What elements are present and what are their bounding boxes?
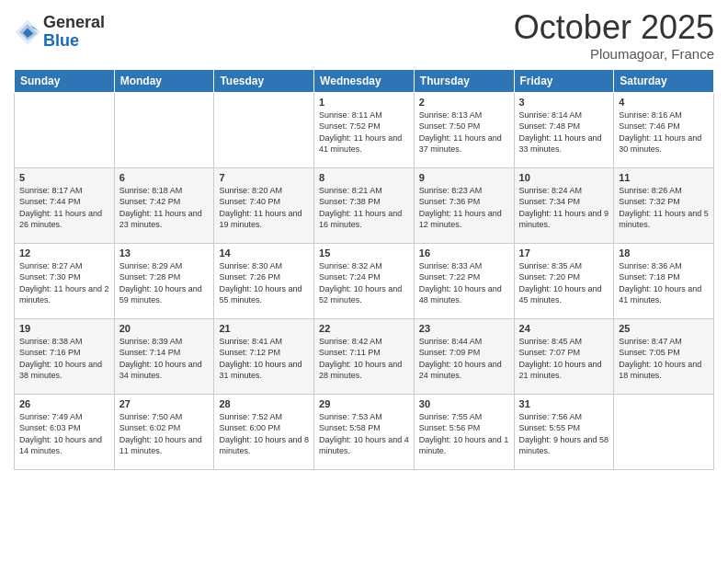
day-info: Sunrise: 8:35 AM Sunset: 7:20 PM Dayligh… [519,260,609,306]
month-title: October 2025 [514,9,714,46]
calendar-week-0: 1Sunrise: 8:11 AM Sunset: 7:52 PM Daylig… [15,92,714,167]
day-number: 29 [319,398,409,409]
calendar-body: 1Sunrise: 8:11 AM Sunset: 7:52 PM Daylig… [15,92,714,469]
day-number: 8 [319,172,409,183]
day-info: Sunrise: 7:53 AM Sunset: 5:58 PM Dayligh… [319,411,409,457]
day-number: 9 [419,172,509,183]
day-info: Sunrise: 8:26 AM Sunset: 7:32 PM Dayligh… [619,185,709,231]
day-info: Sunrise: 8:30 AM Sunset: 7:26 PM Dayligh… [219,260,309,306]
title-block: October 2025 Ploumagoar, France [514,9,714,62]
calendar-cell-4-4: 30Sunrise: 7:55 AM Sunset: 5:56 PM Dayli… [414,394,514,469]
day-number: 6 [119,172,210,183]
day-number: 23 [419,323,509,334]
day-number: 10 [519,172,609,183]
day-number: 14 [219,247,309,259]
col-wednesday: Wednesday [314,69,415,92]
calendar-cell-0-5: 3Sunrise: 8:14 AM Sunset: 7:48 PM Daylig… [514,92,614,167]
day-info: Sunrise: 8:20 AM Sunset: 7:40 PM Dayligh… [219,185,309,231]
day-number: 28 [219,398,309,409]
col-thursday: Thursday [414,69,514,92]
day-number: 2 [419,97,509,108]
col-tuesday: Tuesday [214,69,314,92]
day-info: Sunrise: 8:36 AM Sunset: 7:18 PM Dayligh… [619,260,709,306]
location: Ploumagoar, France [514,46,714,62]
day-number: 13 [119,247,210,259]
day-number: 22 [319,323,409,334]
calendar-cell-0-3: 1Sunrise: 8:11 AM Sunset: 7:52 PM Daylig… [314,92,415,167]
day-info: Sunrise: 8:21 AM Sunset: 7:38 PM Dayligh… [319,185,409,231]
day-number: 16 [419,247,509,259]
day-number: 5 [19,172,109,183]
calendar-cell-1-1: 6Sunrise: 8:18 AM Sunset: 7:42 PM Daylig… [114,167,214,243]
logo-blue-text: Blue [43,32,105,51]
day-info: Sunrise: 8:16 AM Sunset: 7:46 PM Dayligh… [619,109,709,155]
day-number: 24 [519,323,609,334]
day-info: Sunrise: 8:14 AM Sunset: 7:48 PM Dayligh… [519,109,609,155]
day-info: Sunrise: 8:24 AM Sunset: 7:34 PM Dayligh… [519,185,609,231]
day-info: Sunrise: 8:23 AM Sunset: 7:36 PM Dayligh… [419,185,509,231]
day-number: 31 [519,398,609,409]
calendar-cell-4-6 [614,394,714,469]
calendar-cell-4-5: 31Sunrise: 7:56 AM Sunset: 5:55 PM Dayli… [514,394,614,469]
day-number: 21 [219,323,309,334]
col-monday: Monday [114,69,214,92]
day-number: 18 [619,247,709,259]
calendar-cell-4-2: 28Sunrise: 7:52 AM Sunset: 6:00 PM Dayli… [214,394,314,469]
day-number: 12 [19,247,109,259]
calendar-header: Sunday Monday Tuesday Wednesday Thursday… [15,69,714,92]
day-number: 15 [319,247,409,259]
calendar-week-1: 5Sunrise: 8:17 AM Sunset: 7:44 PM Daylig… [15,167,714,243]
calendar-cell-3-0: 19Sunrise: 8:38 AM Sunset: 7:16 PM Dayli… [15,318,115,394]
calendar-cell-2-5: 17Sunrise: 8:35 AM Sunset: 7:20 PM Dayli… [514,243,614,318]
day-info: Sunrise: 8:32 AM Sunset: 7:24 PM Dayligh… [319,260,409,306]
day-info: Sunrise: 7:52 AM Sunset: 6:00 PM Dayligh… [219,411,309,457]
calendar-cell-4-3: 29Sunrise: 7:53 AM Sunset: 5:58 PM Dayli… [314,394,415,469]
day-number: 19 [19,323,109,334]
day-info: Sunrise: 8:33 AM Sunset: 7:22 PM Dayligh… [419,260,509,306]
header: General Blue October 2025 Ploumagoar, Fr… [14,9,714,62]
day-info: Sunrise: 8:45 AM Sunset: 7:07 PM Dayligh… [519,336,609,382]
calendar-cell-3-4: 23Sunrise: 8:44 AM Sunset: 7:09 PM Dayli… [414,318,514,394]
calendar-cell-4-1: 27Sunrise: 7:50 AM Sunset: 6:02 PM Dayli… [114,394,214,469]
calendar-cell-0-6: 4Sunrise: 8:16 AM Sunset: 7:46 PM Daylig… [614,92,714,167]
day-number: 4 [619,97,709,108]
calendar-cell-3-6: 25Sunrise: 8:47 AM Sunset: 7:05 PM Dayli… [614,318,714,394]
day-info: Sunrise: 8:42 AM Sunset: 7:11 PM Dayligh… [319,336,409,382]
day-info: Sunrise: 8:27 AM Sunset: 7:30 PM Dayligh… [19,260,109,306]
calendar-cell-1-3: 8Sunrise: 8:21 AM Sunset: 7:38 PM Daylig… [314,167,415,243]
calendar-cell-2-4: 16Sunrise: 8:33 AM Sunset: 7:22 PM Dayli… [414,243,514,318]
day-info: Sunrise: 7:56 AM Sunset: 5:55 PM Dayligh… [519,411,609,457]
calendar-cell-1-0: 5Sunrise: 8:17 AM Sunset: 7:44 PM Daylig… [15,167,115,243]
day-info: Sunrise: 8:29 AM Sunset: 7:28 PM Dayligh… [119,260,210,306]
calendar-cell-3-5: 24Sunrise: 8:45 AM Sunset: 7:07 PM Dayli… [514,318,614,394]
day-number: 1 [319,97,409,108]
day-info: Sunrise: 8:17 AM Sunset: 7:44 PM Dayligh… [19,185,109,231]
day-info: Sunrise: 7:49 AM Sunset: 6:03 PM Dayligh… [19,411,109,457]
calendar-cell-0-4: 2Sunrise: 8:13 AM Sunset: 7:50 PM Daylig… [414,92,514,167]
day-number: 17 [519,247,609,259]
calendar-table: Sunday Monday Tuesday Wednesday Thursday… [14,69,714,470]
logo-general-text: General [43,14,105,32]
day-number: 20 [119,323,210,334]
logo-text: General Blue [43,14,105,51]
calendar-cell-4-0: 26Sunrise: 7:49 AM Sunset: 6:03 PM Dayli… [15,394,115,469]
day-info: Sunrise: 8:41 AM Sunset: 7:12 PM Dayligh… [219,336,309,382]
calendar-cell-3-2: 21Sunrise: 8:41 AM Sunset: 7:12 PM Dayli… [214,318,314,394]
calendar-cell-2-0: 12Sunrise: 8:27 AM Sunset: 7:30 PM Dayli… [15,243,115,318]
calendar-week-4: 26Sunrise: 7:49 AM Sunset: 6:03 PM Dayli… [15,394,714,469]
calendar-cell-2-2: 14Sunrise: 8:30 AM Sunset: 7:26 PM Dayli… [214,243,314,318]
calendar-week-2: 12Sunrise: 8:27 AM Sunset: 7:30 PM Dayli… [15,243,714,318]
day-info: Sunrise: 8:44 AM Sunset: 7:09 PM Dayligh… [419,336,509,382]
calendar-cell-0-0 [15,92,115,167]
col-saturday: Saturday [614,69,714,92]
calendar-cell-1-6: 11Sunrise: 8:26 AM Sunset: 7:32 PM Dayli… [614,167,714,243]
logo: General Blue [14,14,105,51]
day-info: Sunrise: 8:38 AM Sunset: 7:16 PM Dayligh… [19,336,109,382]
day-number: 26 [19,398,109,409]
day-info: Sunrise: 7:50 AM Sunset: 6:02 PM Dayligh… [119,411,210,457]
header-row: Sunday Monday Tuesday Wednesday Thursday… [15,69,714,92]
calendar-week-3: 19Sunrise: 8:38 AM Sunset: 7:16 PM Dayli… [15,318,714,394]
calendar-cell-2-3: 15Sunrise: 8:32 AM Sunset: 7:24 PM Dayli… [314,243,415,318]
calendar-cell-3-1: 20Sunrise: 8:39 AM Sunset: 7:14 PM Dayli… [114,318,214,394]
day-info: Sunrise: 8:18 AM Sunset: 7:42 PM Dayligh… [119,185,210,231]
